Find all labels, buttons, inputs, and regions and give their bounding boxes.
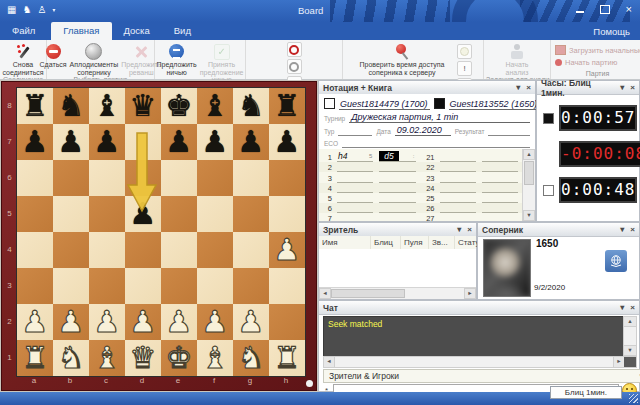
eco-value[interactable] <box>342 138 530 148</box>
square-c4[interactable] <box>89 232 125 268</box>
move-list[interactable]: 1h45d5:21222323424525626727 <box>319 149 523 221</box>
black-piece[interactable]: ♟ <box>125 196 161 232</box>
column-header[interactable]: Блиц <box>371 236 401 249</box>
offer-draw-button[interactable]: Предложить ничью <box>156 42 198 76</box>
black-player-name[interactable]: Guest1813552 (1650) <box>449 99 540 110</box>
white-piece[interactable]: ♞ <box>233 340 269 376</box>
move[interactable]: h4 <box>337 151 348 161</box>
pawn-quick-icon[interactable]: ♙ <box>37 3 46 17</box>
game-mode-button[interactable]: Блиц 1мин. <box>550 386 622 399</box>
white-piece[interactable]: ♟ <box>161 304 197 340</box>
square-g1[interactable]: ♞ <box>233 340 269 376</box>
square-h1[interactable]: ♜ <box>269 340 305 376</box>
maximize-button[interactable] <box>600 5 610 14</box>
square-h5[interactable] <box>269 196 305 232</box>
column-header[interactable]: Имя <box>319 236 371 249</box>
white-piece[interactable]: ♟ <box>89 304 125 340</box>
square-d6[interactable] <box>125 160 161 196</box>
square-b3[interactable] <box>53 268 89 304</box>
column-header[interactable]: Зв... <box>429 236 455 249</box>
chat-hscrollbar[interactable]: ◄ ► <box>323 356 637 368</box>
board-quick-icon[interactable]: ▦ <box>7 3 16 17</box>
black-piece[interactable]: ♛ <box>125 88 161 124</box>
notation-dropdown-icon[interactable]: ▾ <box>516 84 520 92</box>
board-resize-handle[interactable] <box>306 380 313 387</box>
black-piece[interactable]: ♝ <box>89 88 125 124</box>
clocks-dropdown-icon[interactable]: ▾ <box>620 84 624 92</box>
chat-scroll-down-icon[interactable]: ▼ <box>624 345 636 355</box>
resign-button[interactable]: Сдаться <box>39 42 68 69</box>
square-g4[interactable] <box>233 232 269 268</box>
square-f4[interactable] <box>197 232 233 268</box>
black-piece[interactable]: ♟ <box>17 124 53 160</box>
square-g6[interactable] <box>233 160 269 196</box>
clocks-close-icon[interactable]: × <box>630 84 635 92</box>
square-e5[interactable] <box>161 196 197 232</box>
square-a3[interactable] <box>17 268 53 304</box>
white-piece[interactable]: ♟ <box>125 304 161 340</box>
tournament-value[interactable]: Дружеская партия, 1 min <box>349 112 530 123</box>
square-h2[interactable] <box>269 304 305 340</box>
square-h6[interactable] <box>269 160 305 196</box>
square-e4[interactable] <box>161 232 197 268</box>
square-e8[interactable]: ♚ <box>161 88 197 124</box>
square-d3[interactable] <box>125 268 161 304</box>
white-piece[interactable]: ♟ <box>53 304 89 340</box>
square-d1[interactable]: ♛ <box>125 340 161 376</box>
square-a8[interactable]: ♜ <box>17 88 53 124</box>
knight-quick-icon[interactable]: ♞ <box>22 3 31 17</box>
square-f7[interactable]: ♟ <box>197 124 233 160</box>
black-piece[interactable]: ♟ <box>53 124 89 160</box>
selected-move[interactable]: d5 <box>379 151 398 161</box>
square-c8[interactable]: ♝ <box>89 88 125 124</box>
white-piece[interactable]: ♚ <box>161 340 197 376</box>
notation-scrollbar[interactable]: ▲ ▼ <box>522 149 535 221</box>
square-c1[interactable]: ♝ <box>89 340 125 376</box>
square-h3[interactable] <box>269 268 305 304</box>
square-a6[interactable] <box>17 160 53 196</box>
spectators-hscrollbar[interactable]: ◄ ► <box>319 287 476 299</box>
square-b5[interactable] <box>53 196 89 232</box>
minimize-button[interactable] <box>576 11 584 13</box>
square-c2[interactable]: ♟ <box>89 304 125 340</box>
takeback-request-button[interactable] <box>287 42 302 57</box>
square-b7[interactable]: ♟ <box>53 124 89 160</box>
square-g2[interactable]: ♟ <box>233 304 269 340</box>
square-g8[interactable]: ♞ <box>233 88 269 124</box>
black-piece[interactable]: ♜ <box>17 88 53 124</box>
square-c6[interactable] <box>89 160 125 196</box>
square-b1[interactable]: ♞ <box>53 340 89 376</box>
spectators-close-icon[interactable]: × <box>467 226 472 234</box>
square-a7[interactable]: ♟ <box>17 124 53 160</box>
black-piece[interactable]: ♟ <box>161 124 197 160</box>
scrollbar-thumb[interactable] <box>524 161 534 185</box>
chat-close-icon[interactable]: × <box>630 304 635 312</box>
black-piece[interactable]: ♝ <box>197 88 233 124</box>
square-e2[interactable]: ♟ <box>161 304 197 340</box>
square-f8[interactable]: ♝ <box>197 88 233 124</box>
black-piece[interactable]: ♞ <box>53 88 89 124</box>
white-piece[interactable]: ♝ <box>89 340 125 376</box>
square-e1[interactable]: ♚ <box>161 340 197 376</box>
square-d2[interactable]: ♟ <box>125 304 161 340</box>
square-f5[interactable] <box>197 196 233 232</box>
square-h8[interactable]: ♜ <box>269 88 305 124</box>
black-piece[interactable]: ♟ <box>89 124 125 160</box>
scroll-up-icon[interactable]: ▲ <box>523 149 535 160</box>
square-b6[interactable] <box>53 160 89 196</box>
hscrollbar-thumb[interactable] <box>331 289 405 298</box>
square-c3[interactable] <box>89 268 125 304</box>
square-f2[interactable]: ♟ <box>197 304 233 340</box>
square-f1[interactable]: ♝ <box>197 340 233 376</box>
date-value[interactable]: 09.02.2020 <box>395 125 451 136</box>
white-piece[interactable]: ♟ <box>233 304 269 340</box>
chat-scroll-left-icon[interactable]: ◄ <box>324 357 335 367</box>
audience-select[interactable]: Зрители & Игроки ▾ <box>323 369 640 383</box>
square-h4[interactable]: ♟ <box>269 232 305 268</box>
square-d7[interactable] <box>125 124 161 160</box>
black-piece[interactable]: ♜ <box>269 88 305 124</box>
opponent-dropdown-icon[interactable]: ▾ <box>620 226 624 234</box>
spectators-dropdown-icon[interactable]: ▾ <box>457 226 461 234</box>
opponent-close-icon[interactable]: × <box>630 226 635 234</box>
square-a4[interactable] <box>17 232 53 268</box>
